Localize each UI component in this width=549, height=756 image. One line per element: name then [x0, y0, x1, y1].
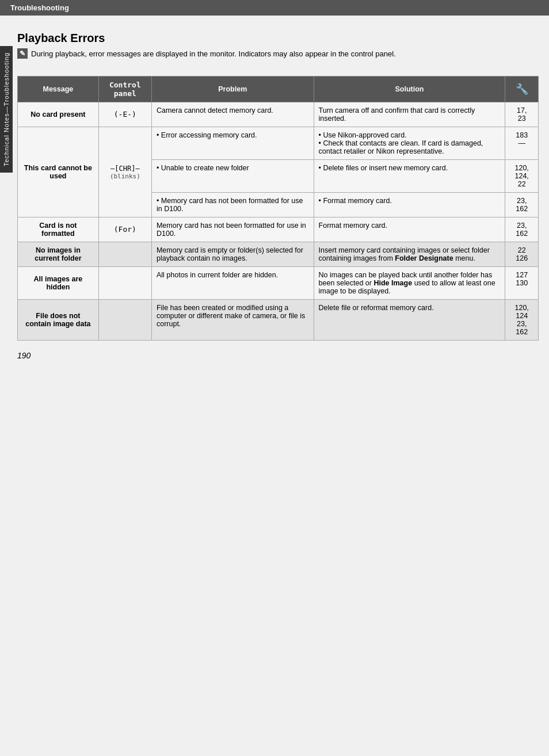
cell-message: This card cannot be used [18, 127, 99, 217]
cell-problem: • Unable to create new folder [151, 159, 314, 192]
side-tab-label: Technical Notes—Troubleshooting [3, 52, 10, 166]
cell-control [98, 299, 151, 340]
header-icon: 🔧 [505, 76, 539, 102]
cell-ref: 120,124,22 [505, 159, 539, 192]
cell-solution: Format memory card. [314, 217, 505, 242]
header-control-label: Control panel [109, 81, 141, 98]
section-description: During playback, error messages are disp… [31, 48, 396, 60]
cell-problem: • Error accessing memory card. [151, 127, 314, 159]
table-row: All images are hiddenAll photos in curre… [18, 266, 539, 299]
header-control-panel: Control panel [98, 76, 151, 102]
note-icon: ✎ [17, 48, 28, 59]
cell-problem: Memory card is empty or folder(s) select… [151, 242, 314, 266]
cell-solution: • Use Nikon-approved card.• Check that c… [314, 127, 505, 159]
cell-problem: All photos in current folder are hidden. [151, 266, 314, 299]
section-title: Playback Errors [17, 32, 539, 45]
cell-ref: 22126 [505, 242, 539, 266]
page-number: 190 [17, 351, 539, 366]
header-problem: Problem [151, 76, 314, 102]
header-message: Message [18, 76, 99, 102]
side-tab: Technical Notes—Troubleshooting [0, 46, 13, 173]
cell-message: File does not contain image data [18, 299, 99, 340]
table-row: This card cannot be used–[CHR]–(blinks)•… [18, 127, 539, 159]
table-row: No card present(-E-)Camera cannot detect… [18, 102, 539, 127]
cell-message: All images are hidden [18, 266, 99, 299]
top-bar-label: Troubleshooting [10, 3, 69, 12]
cell-solution: • Delete files or insert new memory card… [314, 159, 505, 192]
cell-message: Card is not formatted [18, 217, 99, 242]
content: Playback Errors ✎ During playback, error… [17, 16, 539, 366]
cell-ref: 23,162 [505, 217, 539, 242]
table-row: File does not contain image dataFile has… [18, 299, 539, 340]
cell-control [98, 266, 151, 299]
troubleshooting-table: Message Control panel Problem Solution 🔧… [17, 76, 539, 341]
cell-message: No images in current folder [18, 242, 99, 266]
table-header-row: Message Control panel Problem Solution 🔧 [18, 76, 539, 102]
cell-ref: 17,23 [505, 102, 539, 127]
cell-message: No card present [18, 102, 99, 127]
cell-solution: Delete file or reformat memory card. [314, 299, 505, 340]
page: Troubleshooting Technical Notes—Troubles… [0, 0, 549, 756]
cell-solution: Insert memory card containing images or … [314, 242, 505, 266]
cell-ref: 23,162 [505, 192, 539, 217]
cell-ref: 127130 [505, 266, 539, 299]
top-bar: Troubleshooting [0, 0, 549, 16]
cell-problem: Memory card has not been formatted for u… [151, 217, 314, 242]
cell-problem: • Memory card has not been formatted for… [151, 192, 314, 217]
cell-problem: File has been created or modified using … [151, 299, 314, 340]
cell-problem: Camera cannot detect memory card. [151, 102, 314, 127]
table-row: No images in current folderMemory card i… [18, 242, 539, 266]
cell-solution: No images can be played back until anoth… [314, 266, 505, 299]
cell-control: (For) [98, 217, 151, 242]
cell-control: (-E-) [98, 102, 151, 127]
cell-solution: • Format memory card. [314, 192, 505, 217]
cell-control [98, 242, 151, 266]
cell-ref: 183— [505, 127, 539, 159]
header-solution: Solution [314, 76, 505, 102]
cell-control: –[CHR]–(blinks) [98, 127, 151, 217]
cell-ref: 120,12423,162 [505, 299, 539, 340]
cell-solution: Turn camera off and confirm that card is… [314, 102, 505, 127]
table-row: Card is not formatted(For)Memory card ha… [18, 217, 539, 242]
